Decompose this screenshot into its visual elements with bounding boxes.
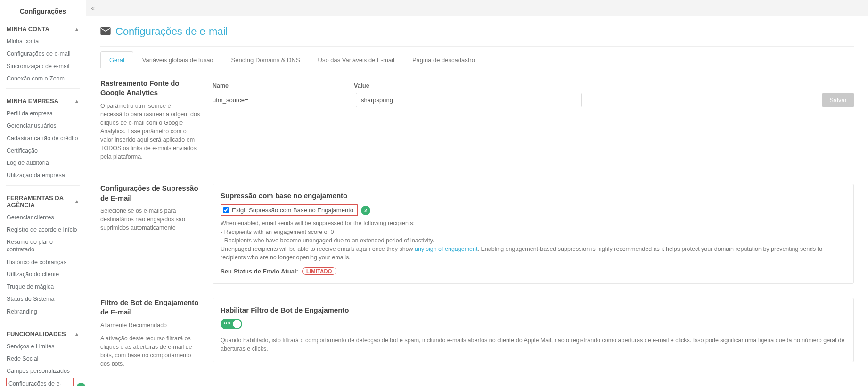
status-value-badge: LIMITADO [302, 267, 336, 275]
suppression-desc: Selecione se os e-mails para destinatári… [100, 207, 200, 232]
highlight-annotation: Exigir Supressão com Base no Engajamento [221, 204, 358, 216]
tab-merge-vars[interactable]: Variáveis globais de fusão [133, 51, 222, 68]
sidebar-title: Configurações [0, 4, 86, 21]
step-badge-1: 1 [76, 383, 86, 386]
nav-client-usage[interactable]: Utilização do cliente [0, 268, 86, 281]
page-title-text: Configurações de e-mail [115, 25, 228, 38]
tab-email-var-usage[interactable]: Uso das Variáveis de E-mail [309, 51, 403, 68]
nav-custom-fields[interactable]: Campos personalizados [0, 365, 86, 377]
nav-credit-card[interactable]: Cadastrar cartão de crédito [0, 132, 86, 145]
nav-email-sync[interactable]: Sincronização de e-mail [0, 60, 86, 72]
nav-magic-trick[interactable]: Truque de mágica [0, 281, 86, 293]
tabs: Geral Variáveis globais de fusão Sending… [100, 51, 854, 68]
step-badge-2: 2 [361, 206, 370, 215]
suppression-text-3: - Recipients who have become unengaged d… [221, 236, 846, 245]
col-name: Name [213, 79, 354, 93]
suppression-text-4a: Unengaged recipients will be able to rec… [221, 246, 415, 252]
col-value: Value [354, 79, 369, 93]
suppression-text-2: - Recipients with an engagement score of… [221, 228, 846, 236]
divider [6, 322, 80, 322]
toggle-knob [233, 320, 241, 328]
chevron-up-icon: ▲ [74, 26, 79, 32]
botfilter-heading: Filtro de Bot de Engajamento de E-mail [100, 298, 200, 317]
section-header-account[interactable]: MINHA CONTA ▲ [0, 21, 86, 35]
highlight-annotation: Configurações de e-mail [6, 378, 74, 386]
nav-plan-summary[interactable]: Resumo do plano contratado [0, 236, 86, 256]
section-label: MINHA EMPRESA [7, 97, 58, 105]
suppression-section: Configurações de Supressão de E-mail Sel… [100, 184, 854, 284]
nav-zoom[interactable]: Conexão com o Zoom [0, 72, 86, 85]
require-suppression-label: Exigir Supressão com Base no Engajamento [232, 207, 353, 214]
suppression-heading: Configurações de Supressão de E-mail [100, 184, 200, 203]
botfilter-toggle[interactable]: ON [221, 319, 242, 329]
suppression-panel-heading: Supressão com base no engajamento [221, 192, 846, 200]
tab-unsubscribe-page[interactable]: Página de descadastro [403, 51, 484, 68]
nav-manage-users[interactable]: Gerenciar usuários [0, 120, 86, 132]
nav-social[interactable]: Rede Social [0, 353, 86, 365]
chevron-up-icon: ▲ [74, 199, 79, 204]
status-label: Seu Status de Envio Atual: [221, 268, 298, 275]
utm-source-input[interactable] [356, 93, 582, 107]
tab-general[interactable]: Geral [100, 51, 133, 68]
page-title: Configurações de e-mail [100, 25, 854, 47]
nav-rebranding[interactable]: Rebranding [0, 306, 86, 318]
content: Configurações de e-mail Geral Variáveis … [86, 16, 868, 386]
sidebar: Configurações MINHA CONTA ▲ Minha conta … [0, 0, 86, 386]
divider [6, 88, 80, 89]
nav-company-usage[interactable]: Utilização da empresa [0, 169, 86, 181]
nav-services-limits[interactable]: Serviços e Limites [0, 340, 86, 353]
section-label: MINHA CONTA [7, 25, 49, 32]
section-header-company[interactable]: MINHA EMPRESA ▲ [0, 93, 86, 107]
nav-email-settings[interactable]: Configurações de e-mail [0, 48, 86, 60]
chevron-up-icon: ▲ [74, 331, 79, 337]
engagement-link[interactable]: any sign of engagement [415, 246, 477, 252]
nav-certification[interactable]: Certificação [0, 145, 86, 157]
botfilter-panel-heading: Habilitar Filtro de Bot de Engajamento [221, 306, 846, 314]
nav-email-settings-features[interactable]: Configurações de e-mail [8, 379, 72, 386]
tab-sending-domains[interactable]: Sending Domains & DNS [222, 51, 309, 68]
nav-manage-clients[interactable]: Gerenciar clientes [0, 211, 86, 224]
nav-system-status[interactable]: Status do Sistema [0, 293, 86, 305]
sending-status: Seu Status de Envio Atual: LIMITADO [221, 267, 846, 275]
param-name: utm_source= [213, 93, 346, 104]
save-button[interactable]: Salvar [822, 93, 854, 107]
ga-heading: Rastreamento Fonte do Google Analytics [100, 79, 200, 98]
suppression-text-4: Unengaged recipients will be able to rec… [221, 245, 846, 262]
divider [6, 185, 80, 186]
require-suppression-checkbox[interactable] [223, 207, 229, 213]
suppression-text-1: When enabled, email sends will be suppre… [221, 219, 846, 227]
nav-audit-log[interactable]: Log de auditoria [0, 157, 86, 169]
nav-billing-history[interactable]: Histórico de cobranças [0, 256, 86, 268]
collapse-sidebar-icon[interactable]: « [91, 4, 95, 12]
ga-section: Rastreamento Fonte do Google Analytics O… [100, 79, 854, 161]
chevron-up-icon: ▲ [74, 98, 79, 104]
botfilter-desc: A ativação deste recurso filtrará os cli… [100, 334, 200, 369]
toggle-label: ON [224, 321, 231, 325]
main: « Configurações de e-mail Geral Variávei… [86, 0, 868, 386]
botfilter-panel: Habilitar Filtro de Bot de Engajamento O… [213, 298, 854, 362]
section-header-features[interactable]: FUNCIONALIDADES ▲ [0, 326, 86, 340]
nav-company-profile[interactable]: Perfil da empresa [0, 107, 86, 120]
topbar: « [86, 0, 868, 16]
section-label: FUNCIONALIDADES [7, 330, 66, 338]
botfilter-text: Quando habilitado, isto filtrará o compo… [221, 336, 846, 353]
nav-my-account[interactable]: Minha conta [0, 35, 86, 48]
ga-desc: O parâmetro utm_source é necessário para… [100, 102, 200, 161]
section-header-agency[interactable]: FERRAMENTAS DA AGÊNCIA ▲ [0, 190, 86, 211]
botfilter-section: Filtro de Bot de Engajamento de E-mail A… [100, 298, 854, 368]
suppression-panel: Supressão com base no engajamento Exigir… [213, 184, 854, 284]
envelope-icon [100, 25, 111, 38]
section-label: FERRAMENTAS DA AGÊNCIA [7, 194, 74, 209]
botfilter-sub: Altamente Recomendado [100, 321, 200, 330]
nav-agreement[interactable]: Registro de acordo e Início [0, 224, 86, 236]
